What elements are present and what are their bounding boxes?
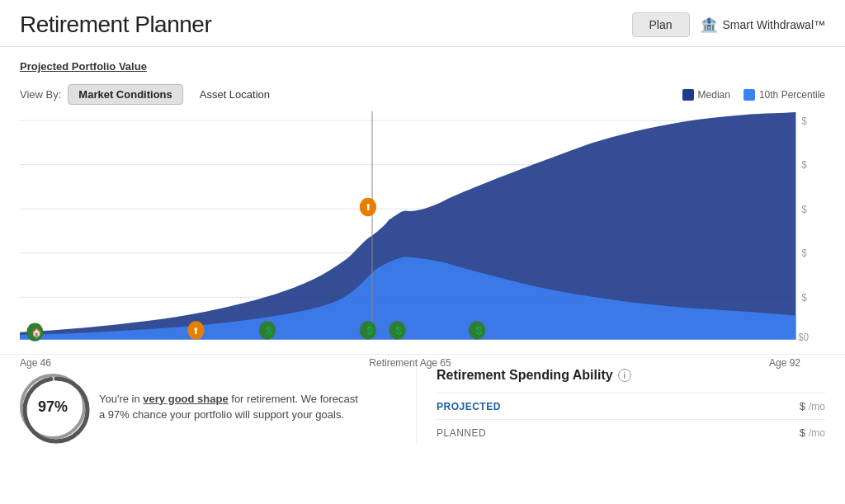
x-axis-labels: Age 46 Retirement Age 65 Age 92 [20,354,800,369]
age-left-label: Age 46 [20,357,51,369]
spending-ability-info-icon[interactable]: i [618,369,631,382]
svg-text:⬆: ⬆ [192,325,200,336]
legend-median-box [682,89,694,101]
score-panel: 97% You're in very good shape for retire… [20,368,416,445]
header-actions: Plan 🏦 Smart Withdrawal™ [632,12,826,37]
age-right-label: Age 92 [769,357,800,369]
legend-10th-percentile: 10th Percentile [744,89,825,101]
score-desc-part1: You're in [99,393,140,405]
svg-text:🏠: 🏠 [31,327,42,339]
svg-text:$0: $0 [798,331,809,342]
view-by-controls: View By: Market Conditions Asset Locatio… [20,84,280,105]
plan-button[interactable]: Plan [632,12,690,37]
chart-svg: $ $ $ $ $ $0 🏠 ⬆ 💲 ⬆ [20,111,825,351]
svg-text:$: $ [802,159,808,171]
spending-planned-label: PLANNED [437,427,486,439]
portfolio-chart: $ $ $ $ $ $0 🏠 ⬆ 💲 ⬆ [20,111,825,351]
spending-projected-unit: /mo [809,401,825,412]
spending-planned-unit: /mo [809,427,825,439]
spending-planned-value: $ [800,426,805,439]
svg-text:$: $ [802,247,808,259]
main-content: Projected Portfolio Value View By: Marke… [0,47,845,351]
svg-text:$: $ [802,115,808,126]
spending-projected-value: $ [800,400,805,412]
svg-text:💲: 💲 [394,325,404,337]
view-by-label: View By: [20,88,61,101]
spending-ability-title-text: Retirement Spending Ability [437,368,613,383]
score-value: 97% [38,398,68,416]
score-circle: 97% [20,374,86,440]
smart-withdrawal-icon: 🏦 [700,16,718,34]
svg-text:💲: 💲 [264,325,275,337]
spending-ability-panel: Retirement Spending Ability i PROJECTED … [416,368,825,445]
score-desc-highlight: very good shape [143,393,228,405]
svg-text:💲: 💲 [474,325,484,337]
score-description: You're in very good shape for retirement… [99,391,363,423]
view-by-row: View By: Market Conditions Asset Locatio… [20,84,825,105]
legend-median-label: Median [698,89,730,101]
spending-projected-value-group: $ /mo [800,400,825,412]
projected-portfolio-title: Projected Portfolio Value [20,60,825,73]
legend-percentile-label: 10th Percentile [759,89,825,101]
spending-planned-row: PLANNED $ /mo [437,419,825,445]
spending-ability-title: Retirement Spending Ability i [437,368,825,383]
spending-projected-label: PROJECTED [437,401,501,412]
chart-legend: Median 10th Percentile [682,89,825,101]
svg-text:⬆: ⬆ [365,202,372,213]
view-asset-location-button[interactable]: Asset Location [190,85,280,104]
svg-text:$: $ [802,203,808,214]
smart-withdrawal-button[interactable]: 🏦 Smart Withdrawal™ [700,16,825,34]
view-market-conditions-button[interactable]: Market Conditions [68,84,182,105]
legend-percentile-box [744,89,755,101]
smart-withdrawal-label: Smart Withdrawal™ [723,18,825,31]
svg-text:$: $ [802,291,808,303]
app-header: Retirement Planner Plan 🏦 Smart Withdraw… [0,0,845,47]
page-title: Retirement Planner [20,12,211,38]
spending-projected-row: PROJECTED $ /mo [437,393,825,419]
svg-text:💲: 💲 [365,325,375,337]
spending-planned-value-group: $ /mo [800,426,825,439]
legend-median: Median [682,89,730,101]
age-center-label: Retirement Age 65 [369,357,451,369]
